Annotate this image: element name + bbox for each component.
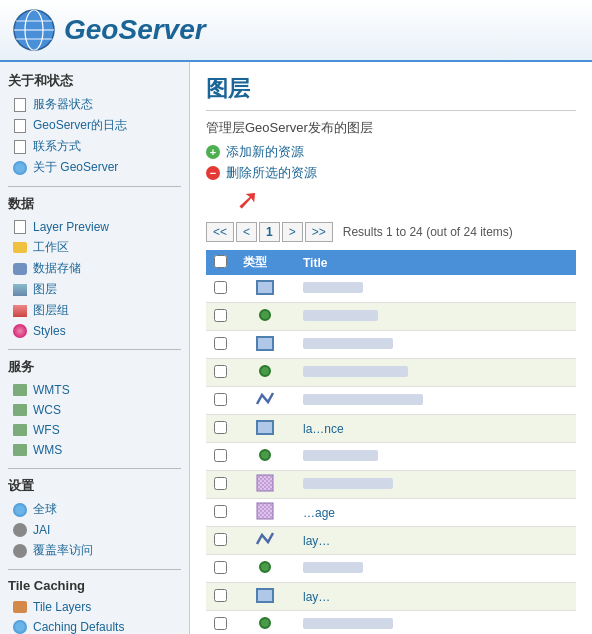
title-cell[interactable]: la…nce <box>295 415 576 443</box>
sidebar-divider <box>8 569 181 570</box>
page-subtitle: 管理层GeoServer发布的图层 <box>206 119 576 137</box>
db-icon <box>12 261 28 277</box>
delete-resource-action[interactable]: − 删除所选的资源 <box>206 164 576 182</box>
select-all-checkbox[interactable] <box>214 255 227 268</box>
cog-icon <box>12 522 28 538</box>
svg-rect-5 <box>257 281 273 294</box>
sidebar-item-label: 图层 <box>33 281 57 298</box>
geoserver-logo <box>12 8 56 52</box>
prev-page-button[interactable]: < <box>236 222 257 242</box>
first-page-button[interactable]: << <box>206 222 234 242</box>
sidebar-item-label: Tile Layers <box>33 600 91 614</box>
sidebar-item-global[interactable]: 全球 <box>8 499 181 520</box>
sidebar-item-workspace[interactable]: 工作区 <box>8 237 181 258</box>
svg-point-19 <box>260 562 270 572</box>
table-row <box>206 303 576 331</box>
table-row: lay… <box>206 527 576 555</box>
section-title-about: 关于和状态 <box>8 72 181 90</box>
title-cell[interactable]: …age <box>295 499 576 527</box>
sidebar-item-coverage-access[interactable]: 覆盖率访问 <box>8 540 181 561</box>
sidebar-section-services: 服务 WMTS WCS WFS WMS <box>8 358 181 460</box>
sidebar-item-jai[interactable]: JAI <box>8 520 181 540</box>
row-checkbox[interactable] <box>214 589 227 602</box>
arrow-indicator: ➚ <box>236 186 576 214</box>
table-header-type: 类型 <box>235 250 295 275</box>
sidebar-item-wmts[interactable]: WMTS <box>8 380 181 400</box>
title-cell[interactable]: lay… <box>295 527 576 555</box>
row-checkbox[interactable] <box>214 365 227 378</box>
table-row <box>206 555 576 583</box>
sidebar-item-wms[interactable]: WMS <box>8 440 181 460</box>
title-cell[interactable] <box>295 275 576 303</box>
sidebar-item-label: WMTS <box>33 383 70 397</box>
table-row: …age <box>206 499 576 527</box>
current-page-button[interactable]: 1 <box>259 222 280 242</box>
type-cell <box>235 387 295 415</box>
sidebar-item-tile-layers[interactable]: Tile Layers <box>8 597 181 617</box>
delete-icon: − <box>206 166 220 180</box>
service-icon <box>12 402 28 418</box>
row-checkbox[interactable] <box>214 393 227 406</box>
title-cell[interactable] <box>295 303 576 331</box>
row-checkbox[interactable] <box>214 617 227 630</box>
title-cell[interactable] <box>295 471 576 499</box>
row-checkbox[interactable] <box>214 281 227 294</box>
styles-icon <box>12 323 28 339</box>
row-checkbox[interactable] <box>214 477 227 490</box>
sidebar-item-about[interactable]: 关于 GeoServer <box>8 157 181 178</box>
section-title-data: 数据 <box>8 195 181 213</box>
sidebar-item-styles[interactable]: Styles <box>8 321 181 341</box>
type-cell <box>235 303 295 331</box>
sidebar-item-label: GeoServer的日志 <box>33 117 127 134</box>
type-cell <box>235 359 295 387</box>
type-cell <box>235 331 295 359</box>
title-cell[interactable] <box>295 443 576 471</box>
app-title: GeoServer <box>64 14 206 46</box>
sidebar-item-label: WMS <box>33 443 62 457</box>
sidebar-section-settings: 设置 全球 JAI 覆盖率访问 <box>8 477 181 561</box>
row-checkbox[interactable] <box>214 533 227 546</box>
delete-resource-label: 删除所选的资源 <box>226 164 317 182</box>
sidebar-item-server-status[interactable]: 服务器状态 <box>8 94 181 115</box>
sidebar-item-contact[interactable]: 联系方式 <box>8 136 181 157</box>
globe-icon <box>12 502 28 518</box>
row-checkbox[interactable] <box>214 421 227 434</box>
type-cell <box>235 583 295 611</box>
sidebar-item-wfs[interactable]: WFS <box>8 420 181 440</box>
sidebar-item-layers[interactable]: 图层 <box>8 279 181 300</box>
service-icon <box>12 422 28 438</box>
title-cell[interactable]: lay… <box>295 583 576 611</box>
sidebar-item-server-log[interactable]: GeoServer的日志 <box>8 115 181 136</box>
sidebar-item-caching-defaults[interactable]: Caching Defaults <box>8 617 181 634</box>
sidebar-item-label: Caching Defaults <box>33 620 124 634</box>
add-resource-action[interactable]: + 添加新的资源 <box>206 143 576 161</box>
next-page-button[interactable]: > <box>282 222 303 242</box>
add-resource-label: 添加新的资源 <box>226 143 304 161</box>
title-cell[interactable] <box>295 611 576 635</box>
sidebar-item-label: 全球 <box>33 501 57 518</box>
sidebar-item-layergroups[interactable]: 图层组 <box>8 300 181 321</box>
pagination: << < 1 > >> Results 1 to 24 (out of 24 i… <box>206 222 576 242</box>
row-checkbox[interactable] <box>214 561 227 574</box>
row-checkbox[interactable] <box>214 309 227 322</box>
sidebar-item-label: WCS <box>33 403 61 417</box>
folder-icon <box>12 240 28 256</box>
sidebar-section-about: 关于和状态 服务器状态 GeoServer的日志 联系方式 关于 GeoServ… <box>8 72 181 178</box>
title-cell[interactable] <box>295 387 576 415</box>
section-title-tile-caching: Tile Caching <box>8 578 181 593</box>
title-cell[interactable] <box>295 555 576 583</box>
sidebar-item-wcs[interactable]: WCS <box>8 400 181 420</box>
svg-rect-11 <box>257 475 273 491</box>
sidebar-item-datastore[interactable]: 数据存储 <box>8 258 181 279</box>
title-cell[interactable] <box>295 359 576 387</box>
page-icon <box>12 97 28 113</box>
row-checkbox[interactable] <box>214 449 227 462</box>
table-row <box>206 331 576 359</box>
last-page-button[interactable]: >> <box>305 222 333 242</box>
table-header-checkbox <box>206 250 235 275</box>
pagination-info: Results 1 to 24 (out of 24 items) <box>343 225 513 239</box>
title-cell[interactable] <box>295 331 576 359</box>
row-checkbox[interactable] <box>214 505 227 518</box>
sidebar-item-layer-preview[interactable]: Layer Preview <box>8 217 181 237</box>
row-checkbox[interactable] <box>214 337 227 350</box>
